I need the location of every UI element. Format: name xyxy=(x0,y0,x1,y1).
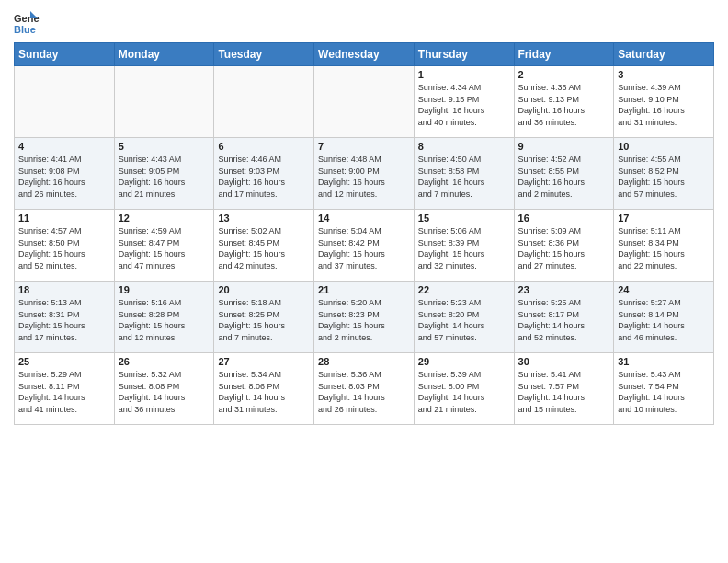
day-info: Sunrise: 5:25 AM Sunset: 8:17 PM Dayligh… xyxy=(518,297,610,343)
day-number: 1 xyxy=(418,69,510,80)
svg-text:Blue: Blue xyxy=(14,24,36,35)
calendar-cell: 31Sunrise: 5:43 AM Sunset: 7:54 PM Dayli… xyxy=(614,353,714,425)
calendar-cell: 4Sunrise: 4:41 AM Sunset: 9:08 PM Daylig… xyxy=(15,138,115,210)
day-number: 28 xyxy=(318,356,410,367)
day-info: Sunrise: 5:29 AM Sunset: 8:11 PM Dayligh… xyxy=(18,369,110,415)
day-info: Sunrise: 4:57 AM Sunset: 8:50 PM Dayligh… xyxy=(18,225,110,271)
day-info: Sunrise: 5:32 AM Sunset: 8:08 PM Dayligh… xyxy=(119,369,210,415)
day-info: Sunrise: 5:41 AM Sunset: 7:57 PM Dayligh… xyxy=(518,369,610,415)
day-number: 2 xyxy=(518,69,610,80)
day-number: 19 xyxy=(119,284,210,295)
day-number: 6 xyxy=(218,141,310,152)
day-number: 11 xyxy=(18,213,110,224)
calendar-cell: 16Sunrise: 5:09 AM Sunset: 8:36 PM Dayli… xyxy=(514,210,614,282)
calendar-cell: 21Sunrise: 5:20 AM Sunset: 8:23 PM Dayli… xyxy=(314,282,415,353)
day-number: 22 xyxy=(418,284,510,295)
day-number: 7 xyxy=(318,141,410,152)
day-number: 30 xyxy=(518,356,610,367)
day-number: 20 xyxy=(218,284,310,295)
day-number: 13 xyxy=(218,213,310,224)
calendar-cell: 12Sunrise: 4:59 AM Sunset: 8:47 PM Dayli… xyxy=(114,210,214,282)
day-info: Sunrise: 5:09 AM Sunset: 8:36 PM Dayligh… xyxy=(518,225,610,271)
calendar-cell: 25Sunrise: 5:29 AM Sunset: 8:11 PM Dayli… xyxy=(15,353,115,425)
calendar-cell: 30Sunrise: 5:41 AM Sunset: 7:57 PM Dayli… xyxy=(514,353,614,425)
day-info: Sunrise: 4:50 AM Sunset: 8:58 PM Dayligh… xyxy=(418,154,510,200)
day-info: Sunrise: 5:06 AM Sunset: 8:39 PM Dayligh… xyxy=(418,225,510,271)
day-number: 24 xyxy=(618,284,710,295)
calendar-cell xyxy=(314,66,415,138)
day-info: Sunrise: 4:43 AM Sunset: 9:05 PM Dayligh… xyxy=(119,154,210,200)
calendar-cell xyxy=(114,66,214,138)
calendar-cell: 9Sunrise: 4:52 AM Sunset: 8:55 PM Daylig… xyxy=(514,138,614,210)
day-number: 17 xyxy=(618,213,710,224)
day-number: 26 xyxy=(119,356,210,367)
calendar-header-sunday: Sunday xyxy=(15,43,115,66)
day-number: 27 xyxy=(218,356,310,367)
calendar-cell: 22Sunrise: 5:23 AM Sunset: 8:20 PM Dayli… xyxy=(414,282,514,353)
calendar-cell: 11Sunrise: 4:57 AM Sunset: 8:50 PM Dayli… xyxy=(15,210,115,282)
day-number: 15 xyxy=(418,213,510,224)
calendar-cell: 18Sunrise: 5:13 AM Sunset: 8:31 PM Dayli… xyxy=(15,282,115,353)
day-info: Sunrise: 4:36 AM Sunset: 9:13 PM Dayligh… xyxy=(518,82,610,128)
day-info: Sunrise: 5:27 AM Sunset: 8:14 PM Dayligh… xyxy=(618,297,710,343)
day-info: Sunrise: 5:18 AM Sunset: 8:25 PM Dayligh… xyxy=(218,297,310,343)
calendar-cell xyxy=(15,66,115,138)
day-number: 29 xyxy=(418,356,510,367)
calendar-cell: 20Sunrise: 5:18 AM Sunset: 8:25 PM Dayli… xyxy=(214,282,314,353)
calendar-cell: 23Sunrise: 5:25 AM Sunset: 8:17 PM Dayli… xyxy=(514,282,614,353)
calendar-cell: 26Sunrise: 5:32 AM Sunset: 8:08 PM Dayli… xyxy=(114,353,214,425)
day-number: 12 xyxy=(119,213,210,224)
calendar-cell: 7Sunrise: 4:48 AM Sunset: 9:00 PM Daylig… xyxy=(314,138,415,210)
day-number: 25 xyxy=(18,356,110,367)
day-info: Sunrise: 5:04 AM Sunset: 8:42 PM Dayligh… xyxy=(318,225,410,271)
day-info: Sunrise: 5:16 AM Sunset: 8:28 PM Dayligh… xyxy=(119,297,210,343)
day-number: 5 xyxy=(119,141,210,152)
day-info: Sunrise: 5:20 AM Sunset: 8:23 PM Dayligh… xyxy=(318,297,410,343)
calendar-header-saturday: Saturday xyxy=(614,43,714,66)
calendar-week-row: 11Sunrise: 4:57 AM Sunset: 8:50 PM Dayli… xyxy=(15,210,714,282)
calendar-cell: 28Sunrise: 5:36 AM Sunset: 8:03 PM Dayli… xyxy=(314,353,415,425)
calendar-cell: 17Sunrise: 5:11 AM Sunset: 8:34 PM Dayli… xyxy=(614,210,714,282)
calendar-week-row: 25Sunrise: 5:29 AM Sunset: 8:11 PM Dayli… xyxy=(15,353,714,425)
day-number: 16 xyxy=(518,213,610,224)
calendar-cell: 27Sunrise: 5:34 AM Sunset: 8:06 PM Dayli… xyxy=(214,353,314,425)
day-number: 9 xyxy=(518,141,610,152)
calendar-header-monday: Monday xyxy=(114,43,214,66)
logo-icon: General Blue xyxy=(14,9,40,35)
calendar-cell: 6Sunrise: 4:46 AM Sunset: 9:03 PM Daylig… xyxy=(214,138,314,210)
calendar-cell: 1Sunrise: 4:34 AM Sunset: 9:15 PM Daylig… xyxy=(414,66,514,138)
day-number: 21 xyxy=(318,284,410,295)
day-info: Sunrise: 5:39 AM Sunset: 8:00 PM Dayligh… xyxy=(418,369,510,415)
calendar-week-row: 4Sunrise: 4:41 AM Sunset: 9:08 PM Daylig… xyxy=(15,138,714,210)
page-header: General Blue xyxy=(14,9,714,35)
day-number: 3 xyxy=(618,69,710,80)
day-info: Sunrise: 5:23 AM Sunset: 8:20 PM Dayligh… xyxy=(418,297,510,343)
calendar-header-friday: Friday xyxy=(514,43,614,66)
day-number: 31 xyxy=(618,356,710,367)
calendar-cell: 24Sunrise: 5:27 AM Sunset: 8:14 PM Dayli… xyxy=(614,282,714,353)
day-number: 4 xyxy=(18,141,110,152)
day-info: Sunrise: 4:46 AM Sunset: 9:03 PM Dayligh… xyxy=(218,154,310,200)
day-info: Sunrise: 4:34 AM Sunset: 9:15 PM Dayligh… xyxy=(418,82,510,128)
day-info: Sunrise: 5:11 AM Sunset: 8:34 PM Dayligh… xyxy=(618,225,710,271)
calendar-header-thursday: Thursday xyxy=(414,43,514,66)
day-info: Sunrise: 5:43 AM Sunset: 7:54 PM Dayligh… xyxy=(618,369,710,415)
calendar-header-tuesday: Tuesday xyxy=(214,43,314,66)
calendar-cell: 3Sunrise: 4:39 AM Sunset: 9:10 PM Daylig… xyxy=(614,66,714,138)
day-info: Sunrise: 4:59 AM Sunset: 8:47 PM Dayligh… xyxy=(119,225,210,271)
day-number: 14 xyxy=(318,213,410,224)
day-number: 18 xyxy=(18,284,110,295)
day-info: Sunrise: 5:34 AM Sunset: 8:06 PM Dayligh… xyxy=(218,369,310,415)
day-info: Sunrise: 4:48 AM Sunset: 9:00 PM Dayligh… xyxy=(318,154,410,200)
calendar-header-wednesday: Wednesday xyxy=(314,43,415,66)
calendar-cell: 14Sunrise: 5:04 AM Sunset: 8:42 PM Dayli… xyxy=(314,210,415,282)
day-info: Sunrise: 4:55 AM Sunset: 8:52 PM Dayligh… xyxy=(618,154,710,200)
day-info: Sunrise: 4:39 AM Sunset: 9:10 PM Dayligh… xyxy=(618,82,710,128)
calendar-cell: 8Sunrise: 4:50 AM Sunset: 8:58 PM Daylig… xyxy=(414,138,514,210)
calendar-cell: 15Sunrise: 5:06 AM Sunset: 8:39 PM Dayli… xyxy=(414,210,514,282)
day-number: 23 xyxy=(518,284,610,295)
calendar-week-row: 1Sunrise: 4:34 AM Sunset: 9:15 PM Daylig… xyxy=(15,66,714,138)
calendar-cell: 10Sunrise: 4:55 AM Sunset: 8:52 PM Dayli… xyxy=(614,138,714,210)
calendar-week-row: 18Sunrise: 5:13 AM Sunset: 8:31 PM Dayli… xyxy=(15,282,714,353)
day-number: 8 xyxy=(418,141,510,152)
